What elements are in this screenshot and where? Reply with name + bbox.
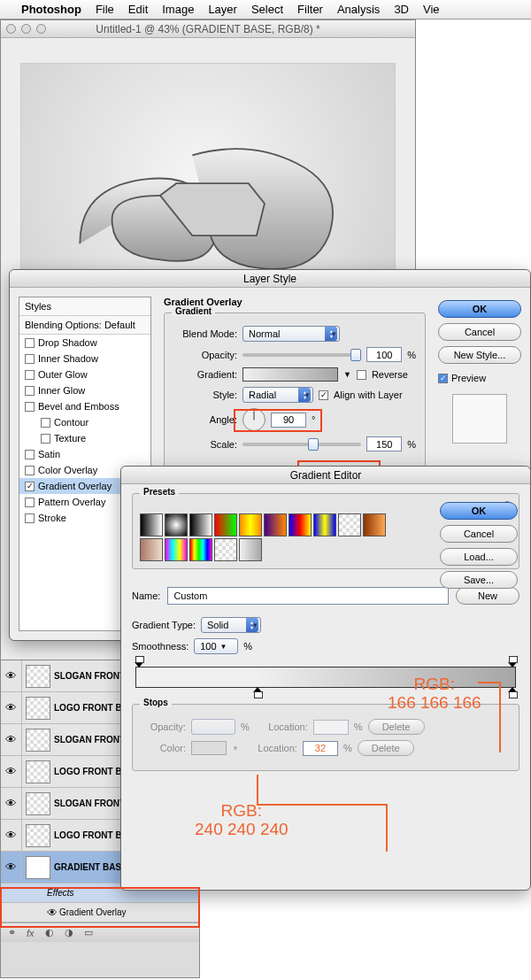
layer-thumbnail[interactable]	[26, 824, 50, 847]
style-item-bevel-and-emboss[interactable]: Bevel and Emboss	[19, 398, 150, 414]
styles-header[interactable]: Styles	[19, 297, 150, 316]
name-field[interactable]: Custom	[167, 587, 449, 605]
fx-icon[interactable]: fx	[27, 928, 35, 938]
menu-3d[interactable]: 3D	[394, 3, 409, 16]
new-button[interactable]: New	[456, 587, 519, 605]
style-item-contour[interactable]: Contour	[19, 414, 150, 430]
preset-13[interactable]	[214, 538, 237, 561]
new-style-button[interactable]: New Style...	[438, 346, 521, 364]
ok-button[interactable]: OK	[438, 300, 521, 318]
blendmode-select[interactable]: Normal▴▾	[242, 326, 340, 342]
checkbox[interactable]	[25, 498, 35, 507]
checkbox[interactable]	[25, 402, 35, 412]
document-titlebar[interactable]: Untitled-1 @ 43% (GRADIENT BASE, RGB/8) …	[1, 20, 415, 38]
gradient-bar-area[interactable]	[132, 667, 519, 688]
color-stop-right[interactable]	[508, 687, 517, 698]
visibility-icon[interactable]: 👁	[1, 788, 22, 819]
opacity-field[interactable]	[366, 347, 402, 362]
menu-select[interactable]: Select	[251, 3, 283, 16]
reverse-checkbox[interactable]	[357, 370, 366, 380]
minimize-icon[interactable]	[21, 24, 31, 34]
gradtype-select[interactable]: Solid▴▾	[201, 617, 261, 633]
visibility-icon[interactable]: 👁	[1, 820, 22, 851]
visibility-icon[interactable]: 👁	[1, 724, 22, 755]
zoom-icon[interactable]	[36, 24, 46, 34]
menu-view[interactable]: Vie	[423, 3, 440, 16]
style-item-outer-glow[interactable]: Outer Glow	[19, 367, 150, 382]
checkbox[interactable]	[41, 418, 50, 428]
preset-6[interactable]	[289, 513, 312, 536]
checkbox[interactable]: ✓	[25, 482, 35, 491]
checkbox[interactable]	[25, 513, 35, 523]
checkbox[interactable]	[25, 450, 35, 459]
checkbox[interactable]	[25, 466, 35, 475]
style-item-texture[interactable]: Texture	[19, 430, 150, 446]
opacity-slider[interactable]	[242, 353, 361, 357]
mask-icon[interactable]: ◐	[45, 927, 54, 938]
effects-label[interactable]: Effects	[47, 888, 74, 898]
menu-edit[interactable]: Edit	[128, 3, 148, 16]
angle-dial[interactable]	[242, 408, 266, 431]
preset-7[interactable]	[313, 513, 336, 536]
smoothness-field[interactable]: 100▼	[194, 638, 238, 654]
preset-5[interactable]	[264, 513, 287, 536]
color-stop-left[interactable]	[253, 687, 262, 698]
layer-thumbnail[interactable]	[26, 729, 50, 752]
ge-cancel-button[interactable]: Cancel	[440, 525, 518, 543]
menu-image[interactable]: Image	[162, 3, 194, 16]
ge-ok-button[interactable]: OK	[440, 502, 518, 520]
checkbox[interactable]	[25, 354, 35, 364]
dropdown-icon[interactable]: ▼	[343, 370, 351, 379]
preset-14[interactable]	[239, 538, 262, 561]
scale-field[interactable]	[366, 436, 402, 451]
folder-icon[interactable]: ▭	[84, 927, 93, 938]
style-item-inner-shadow[interactable]: Inner Shadow	[19, 351, 150, 367]
preset-8[interactable]	[338, 513, 361, 536]
preset-10[interactable]	[140, 538, 163, 561]
style-item-inner-glow[interactable]: Inner Glow	[19, 382, 150, 398]
checkbox[interactable]	[25, 338, 35, 348]
checkbox[interactable]	[25, 370, 35, 380]
style-item-drop-shadow[interactable]: Drop Shadow	[19, 335, 150, 351]
preset-12[interactable]	[189, 538, 212, 561]
effect-name[interactable]: Gradient Overlay	[59, 907, 127, 917]
ge-save-button[interactable]: Save...	[440, 571, 518, 589]
preset-1[interactable]	[165, 513, 188, 536]
menu-file[interactable]: File	[96, 3, 114, 16]
gradient-editor-title[interactable]: Gradient Editor	[121, 467, 530, 484]
menu-filter[interactable]: Filter	[297, 3, 323, 16]
align-checkbox[interactable]: ✓	[319, 390, 328, 400]
gradient-bar[interactable]	[135, 667, 516, 688]
layer-thumbnail[interactable]	[26, 792, 50, 815]
preset-3[interactable]	[214, 513, 237, 536]
opacity-stop-right[interactable]	[508, 657, 517, 667]
preset-2[interactable]	[189, 513, 212, 536]
link-icon[interactable]: ⚭	[8, 927, 16, 938]
checkbox[interactable]	[41, 434, 50, 444]
preset-0[interactable]	[140, 513, 163, 536]
scale-slider[interactable]	[242, 443, 361, 446]
opacity-stop-left[interactable]	[135, 657, 143, 667]
angle-field[interactable]	[271, 413, 306, 428]
layer-thumbnail[interactable]	[26, 760, 50, 783]
preview-checkbox[interactable]: ✓	[438, 374, 448, 383]
visibility-icon[interactable]: 👁	[1, 756, 22, 787]
cancel-button[interactable]: Cancel	[438, 323, 521, 341]
gradient-swatch[interactable]	[242, 367, 338, 382]
menu-layer[interactable]: Layer	[208, 3, 237, 16]
blending-options[interactable]: Blending Options: Default	[19, 316, 150, 335]
layer-thumbnail[interactable]	[26, 665, 50, 688]
effect-eye-icon[interactable]: 👁	[47, 907, 59, 919]
close-icon[interactable]	[6, 24, 16, 34]
preset-9[interactable]	[363, 513, 386, 536]
visibility-icon[interactable]: 👁	[1, 660, 22, 691]
style-item-satin[interactable]: Satin	[19, 446, 150, 462]
menubar[interactable]: Photoshop File Edit Image Layer Select F…	[0, 0, 531, 19]
color-location-field[interactable]	[303, 741, 338, 756]
menu-analysis[interactable]: Analysis	[337, 3, 380, 16]
dialog-title[interactable]: Layer Style	[10, 270, 530, 288]
preset-4[interactable]	[239, 513, 262, 536]
adjust-icon[interactable]: ◑	[65, 927, 73, 938]
ge-load-button[interactable]: Load...	[440, 548, 518, 566]
visibility-icon[interactable]: 👁	[1, 852, 22, 883]
